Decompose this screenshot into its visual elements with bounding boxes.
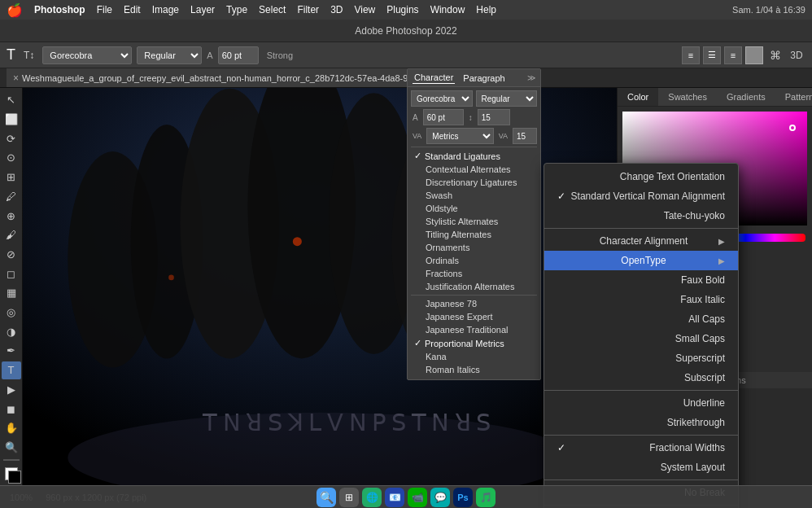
type-orient-btn[interactable]: T↕	[24, 50, 34, 61]
eraser-tool[interactable]: ◻	[2, 265, 21, 282]
warp-btn[interactable]: ⌘	[766, 46, 784, 64]
ctx-opentype[interactable]: OpenType ▶	[544, 251, 738, 270]
ctx-subscript[interactable]: Subscript	[544, 368, 738, 388]
contextual-alternates-item[interactable]: Contextual Alternates	[411, 163, 537, 176]
foreground-color-btn[interactable]	[2, 464, 21, 482]
ornaments-item[interactable]: Ornaments	[411, 241, 537, 254]
dock-messages[interactable]: 💬	[430, 488, 450, 507]
swash-item[interactable]: Swash	[411, 189, 537, 202]
menu-type[interactable]: Type	[226, 4, 247, 15]
menu-photoshop[interactable]: Photoshop	[34, 4, 85, 15]
paragraph-tab[interactable]: Paragraph	[461, 72, 506, 84]
dock-launchpad[interactable]: ⊞	[339, 488, 359, 507]
ordinals-item[interactable]: Ordinals	[411, 254, 537, 267]
stylistic-alternates-item[interactable]: Stylistic Alternates	[411, 215, 537, 228]
standard-ligatures-item[interactable]: ✓ Standard Ligatures	[411, 149, 537, 163]
char-font-family[interactable]: Gorecobra	[411, 90, 473, 107]
menu-plugins[interactable]: Plugins	[386, 4, 418, 15]
ctx-all-caps[interactable]: All Caps	[544, 309, 738, 329]
type-tool[interactable]: T	[2, 361, 21, 379]
ctx-change-text-orientation[interactable]: Change Text Orientation	[544, 167, 738, 186]
ctx-superscript[interactable]: Superscript	[544, 348, 738, 368]
align-left-btn[interactable]: ≡	[682, 46, 700, 64]
rectangular-marquee-tool[interactable]: ⬜	[2, 111, 21, 129]
ctx-system-layout[interactable]: System Layout	[544, 458, 738, 477]
ctx-faux-italic[interactable]: Faux Italic	[544, 290, 738, 309]
japanese-traditional-item[interactable]: Japanese Traditional	[411, 323, 537, 336]
brush-tool[interactable]: 🖌	[2, 226, 21, 244]
color-tab[interactable]: Color	[618, 88, 658, 106]
align-center-btn[interactable]: ☰	[703, 46, 721, 64]
menu-view[interactable]: View	[354, 4, 375, 15]
dock-facetime[interactable]: 📹	[408, 488, 427, 507]
roman-italics-item[interactable]: Roman Italics	[411, 363, 537, 376]
gradients-tab[interactable]: Gradients	[717, 88, 775, 106]
healing-brush-tool[interactable]: ⊕	[2, 207, 21, 225]
kana-item[interactable]: Kana	[411, 350, 537, 363]
menu-edit[interactable]: Edit	[124, 4, 141, 15]
dock-photoshop[interactable]: Ps	[453, 488, 473, 507]
swatches-tab[interactable]: Swatches	[658, 88, 717, 106]
char-font-style[interactable]: Regular	[476, 90, 538, 107]
clone-stamp-tool[interactable]: ⊘	[2, 246, 21, 264]
eyedropper-tool[interactable]: 🖊	[2, 188, 21, 206]
dock-mail[interactable]: 📧	[385, 488, 404, 507]
character-panel: Character Paragraph ≫ Gorecobra Regular …	[407, 68, 541, 380]
apple-menu[interactable]: 🍎	[7, 2, 23, 18]
discretionary-ligatures-item[interactable]: Discretionary Ligatures	[411, 176, 537, 189]
menu-window[interactable]: Window	[430, 4, 465, 15]
oldstyle-item[interactable]: Oldstyle	[411, 202, 537, 215]
japanese-expert-item[interactable]: Japanese Expert	[411, 310, 537, 323]
ctx-underline[interactable]: Underline	[544, 393, 738, 413]
font-family-select[interactable]: Gorecobra	[42, 46, 132, 64]
ctx-small-caps[interactable]: Small Caps	[544, 329, 738, 348]
char-font-size-input[interactable]	[423, 109, 464, 125]
menu-3d[interactable]: 3D	[330, 4, 343, 15]
align-right-btn[interactable]: ≡	[724, 46, 742, 64]
lasso-tool[interactable]: ⟳	[2, 129, 21, 147]
move-tool[interactable]: ↖	[2, 91, 21, 109]
path-selection-tool[interactable]: ▶	[2, 381, 21, 399]
char-leading-input[interactable]	[478, 109, 510, 125]
ctx-faux-bold[interactable]: Faux Bold	[544, 270, 738, 290]
ctx-standard-vertical[interactable]: Standard Vertical Roman Alignment	[544, 186, 738, 206]
gradient-tool[interactable]: ▦	[2, 284, 21, 302]
menu-help[interactable]: Help	[476, 4, 496, 15]
ctx-fractional-widths-label: Fractional Widths	[649, 442, 725, 453]
character-tab[interactable]: Character	[413, 72, 455, 84]
char-panel-expand-btn[interactable]: ≫	[527, 73, 535, 82]
fractions-item[interactable]: Fractions	[411, 267, 537, 280]
ctx-tate-chu-yoko[interactable]: Tate-chu-yoko	[544, 206, 738, 226]
justification-alternates-item[interactable]: Justification Alternates	[411, 280, 537, 293]
color-swatch[interactable]	[745, 46, 763, 64]
3d-btn[interactable]: 3D	[788, 46, 805, 64]
pen-tool[interactable]: ✒	[2, 342, 21, 360]
ctx-fractional-widths[interactable]: Fractional Widths	[544, 438, 738, 458]
dock-safari[interactable]: 🌐	[362, 488, 382, 507]
dock-spotify[interactable]: 🎵	[476, 488, 495, 507]
tab-close-btn[interactable]: ×	[13, 72, 19, 84]
titling-alternates-item[interactable]: Titling Alternates	[411, 228, 537, 241]
dodge-tool[interactable]: ◑	[2, 322, 21, 340]
menu-image[interactable]: Image	[152, 4, 179, 15]
char-tracking-type[interactable]: Metrics	[426, 128, 493, 144]
ctx-character-alignment[interactable]: Character Alignment ▶	[544, 231, 738, 251]
menu-filter[interactable]: Filter	[297, 4, 319, 15]
japanese-78-item[interactable]: Japanese 78	[411, 297, 537, 310]
ctx-strikethrough[interactable]: Strikethrough	[544, 413, 738, 432]
hand-tool[interactable]: ✋	[2, 419, 21, 437]
font-style-select[interactable]: Regular	[137, 46, 202, 64]
dock-finder[interactable]: 🔍	[317, 488, 336, 507]
char-tracking-input[interactable]	[513, 128, 537, 144]
menu-select[interactable]: Select	[259, 4, 286, 15]
shape-tool[interactable]: ◼	[2, 400, 21, 418]
proportional-metrics-item[interactable]: ✓ Proportional Metrics	[411, 336, 537, 350]
patterns-tab[interactable]: Patterns	[775, 88, 812, 106]
font-size-input[interactable]	[218, 46, 259, 64]
menu-file[interactable]: File	[97, 4, 112, 15]
quick-selection-tool[interactable]: ⊙	[2, 149, 21, 167]
menu-layer[interactable]: Layer	[190, 4, 215, 15]
blur-tool[interactable]: ◎	[2, 304, 21, 322]
zoom-tool[interactable]: 🔍	[2, 439, 21, 457]
crop-tool[interactable]: ⊞	[2, 169, 21, 186]
